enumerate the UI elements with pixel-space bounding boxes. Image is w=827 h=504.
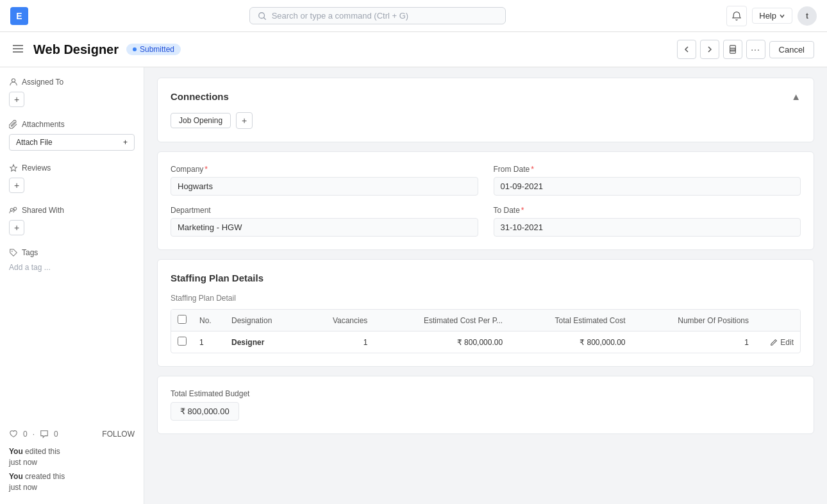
print-button[interactable] (723, 40, 742, 59)
td-vacancies: 1 (304, 332, 374, 353)
td-total-cost: ₹ 800,000.00 (509, 332, 631, 353)
main-content: Connections ▲ Job Opening + Company * (144, 67, 827, 504)
svg-rect-6 (730, 50, 735, 53)
activity-item-2: You created thisjust now (9, 471, 135, 493)
global-search[interactable]: Search or type a command (Ctrl + G) (249, 7, 506, 24)
department-input[interactable] (171, 218, 478, 237)
assigned-to-section: Assigned To + (9, 78, 135, 107)
td-cost-per-p: ₹ 800,000.00 (374, 332, 509, 353)
star-icon (9, 164, 18, 172)
add-shared-with-button[interactable]: + (9, 220, 24, 235)
next-button[interactable] (700, 40, 719, 59)
company-details-card: Company * From Date * Department (157, 151, 814, 250)
paperclip-icon (9, 120, 18, 129)
comments-count: 0 (54, 430, 58, 439)
comment-icon (40, 430, 49, 439)
select-all-checkbox[interactable] (178, 315, 187, 324)
assigned-to-label: Assigned To (9, 78, 135, 87)
topnav-right-group: Help t (726, 6, 817, 26)
add-connection-button[interactable]: + (236, 112, 253, 129)
company-field: Company * (171, 165, 478, 196)
status-label: Submitted (140, 45, 174, 54)
chevron-down-icon (779, 13, 785, 19)
staffing-plan-card: Staffing Plan Details Staffing Plan Deta… (157, 259, 814, 367)
tags-label: Tags (9, 248, 135, 257)
th-total-cost: Total Estimated Cost (509, 310, 631, 332)
to-date-input[interactable] (494, 218, 801, 237)
department-field: Department (171, 206, 478, 237)
page-header: Web Designer Submitted ··· Cancel (0, 32, 827, 67)
to-date-label: To Date * (494, 206, 801, 215)
more-options-button[interactable]: ··· (746, 40, 765, 59)
edit-row-button[interactable]: Edit (762, 338, 794, 347)
to-date-field: To Date * (494, 206, 801, 237)
connections-title: Connections ▲ (171, 91, 801, 102)
shared-with-label: Shared With (9, 206, 135, 215)
page-title: Web Designer (33, 42, 119, 57)
th-actions (755, 310, 800, 332)
pencil-icon (770, 339, 778, 346)
svg-point-8 (12, 79, 15, 82)
add-tag-input[interactable]: Add a tag ... (9, 263, 51, 272)
from-date-input[interactable] (494, 177, 801, 196)
to-date-required: * (521, 206, 524, 215)
main-layout: Assigned To + Attachments Attach File + (0, 67, 827, 504)
th-designation: Designation (225, 310, 304, 332)
attach-file-button[interactable]: Attach File + (9, 134, 135, 151)
svg-point-11 (13, 207, 16, 210)
avatar[interactable]: t (798, 6, 817, 26)
budget-value: ₹ 800,000.00 (171, 402, 239, 421)
table-row: 1 Designer 1 ₹ 800,000.00 ₹ 800,000.00 1 (171, 332, 800, 353)
staffing-plan-title: Staffing Plan Details (171, 273, 801, 283)
from-date-label: From Date * (494, 165, 801, 174)
attachments-section: Attachments Attach File + (9, 120, 135, 151)
app-logo[interactable]: E (10, 7, 28, 25)
th-cost-per-p: Estimated Cost Per P... (374, 310, 509, 332)
follow-button[interactable]: FOLLOW (102, 430, 135, 439)
budget-label: Total Estimated Budget (171, 389, 801, 398)
connections-card: Connections ▲ Job Opening + (157, 78, 814, 142)
connection-job-opening[interactable]: Job Opening (171, 113, 231, 128)
td-checkbox (171, 332, 193, 353)
activity-user-2: You (9, 472, 23, 481)
connections-tags: Job Opening + (171, 112, 801, 129)
budget-card: Total Estimated Budget ₹ 800,000.00 (157, 376, 814, 434)
menu-icon[interactable] (13, 44, 23, 55)
header-actions: ··· Cancel (677, 40, 814, 59)
th-positions: Number Of Positions (632, 310, 755, 332)
shared-with-section: Shared With + (9, 206, 135, 235)
from-date-required: * (531, 165, 534, 174)
help-menu[interactable]: Help (752, 8, 792, 24)
top-navigation: E Search or type a command (Ctrl + G) He… (0, 0, 827, 32)
bell-icon (731, 11, 742, 21)
td-positions: 1 (632, 332, 755, 353)
department-label: Department (171, 206, 478, 215)
status-badge: Submitted (126, 44, 181, 55)
tag-icon (9, 248, 18, 257)
table-header-row: No. Designation Vacancies Estimated Cost… (171, 310, 800, 332)
cancel-button[interactable]: Cancel (769, 41, 814, 58)
company-label: Company * (171, 165, 478, 174)
svg-line-1 (263, 17, 265, 19)
connections-collapse-icon[interactable]: ▲ (791, 91, 801, 102)
sidebar-stats: 0 · 0 FOLLOW (9, 430, 135, 439)
td-designation: Designer (225, 332, 304, 353)
attachments-label: Attachments (9, 120, 135, 129)
td-no: 1 (193, 332, 225, 353)
staffing-table-wrap: No. Designation Vacancies Estimated Cost… (171, 309, 801, 353)
add-review-button[interactable]: + (9, 178, 24, 193)
notifications-button[interactable] (726, 6, 747, 26)
td-edit: Edit (755, 332, 800, 353)
search-placeholder-text: Search or type a command (Ctrl + G) (272, 11, 409, 21)
search-icon (258, 12, 267, 21)
shared-icon (9, 206, 18, 215)
row-checkbox[interactable] (178, 337, 187, 346)
prev-button[interactable] (677, 40, 696, 59)
company-input[interactable] (171, 177, 478, 196)
like-icon (9, 430, 18, 439)
sidebar-footer: 0 · 0 FOLLOW You edited thisjust now You… (9, 430, 135, 497)
add-assigned-to-button[interactable]: + (9, 92, 24, 107)
from-date-field: From Date * (494, 165, 801, 196)
status-dot (133, 47, 137, 51)
activity-user-1: You (9, 447, 23, 456)
